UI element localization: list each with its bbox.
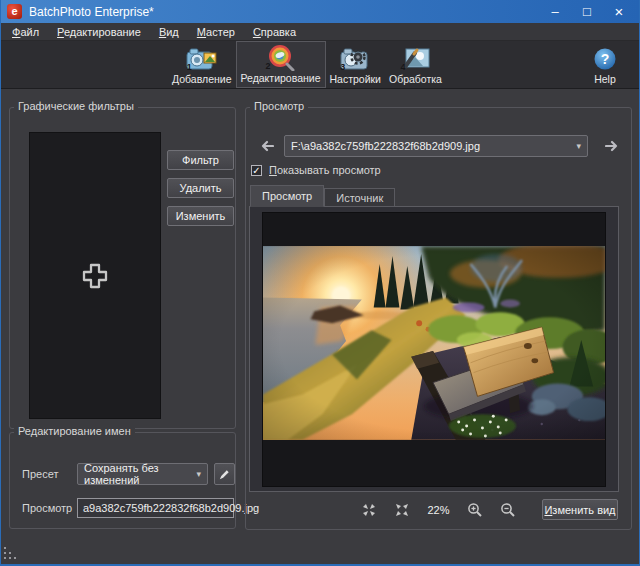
toolbar-process-button[interactable]: 4 Обработка bbox=[385, 41, 446, 88]
toolbar-edit-button[interactable]: 2 Редактирование bbox=[236, 41, 326, 88]
window-controls: – □ × bbox=[539, 0, 639, 23]
edit-preset-button[interactable] bbox=[214, 463, 235, 485]
change-view-button[interactable]: Изменить вид bbox=[542, 499, 618, 520]
names-group-title: Редактирование имен bbox=[14, 425, 135, 437]
names-groupbox: Редактирование имен Пресет Сохранять без… bbox=[9, 432, 236, 529]
preview-canvas[interactable] bbox=[262, 212, 606, 487]
preview-photo bbox=[263, 246, 605, 440]
preset-label: Пресет bbox=[22, 468, 58, 480]
title-bar: e BatchPhoto Enterprise* – □ × bbox=[1, 0, 639, 23]
check-icon: ✓ bbox=[252, 166, 260, 176]
toolbar-help-button[interactable]: ? Help bbox=[583, 41, 627, 88]
edit-filter-button[interactable]: Изменить bbox=[167, 206, 234, 226]
photo-tool-icon: 4 bbox=[399, 45, 431, 72]
tab-preview[interactable]: Просмотр bbox=[250, 185, 324, 207]
toolbar-process-label: Обработка bbox=[389, 73, 442, 85]
menu-bar: Файл Редактирование Вид Мастер Справка bbox=[1, 23, 639, 41]
resize-grip[interactable] bbox=[4, 547, 16, 561]
magnifier-icon bbox=[500, 502, 516, 518]
filter-button[interactable]: Фильтр bbox=[167, 150, 234, 170]
zoom-out-button[interactable] bbox=[500, 502, 516, 518]
window-title: BatchPhoto Enterprise* bbox=[29, 5, 154, 19]
previous-image-button[interactable] bbox=[256, 137, 276, 155]
tab-source[interactable]: Источник bbox=[324, 188, 395, 207]
preview-tabs: Просмотр Источник bbox=[250, 185, 395, 207]
actual-size-button[interactable] bbox=[394, 502, 410, 518]
help-icon: ? bbox=[589, 45, 621, 72]
preset-dropdown[interactable]: Сохранять без изменений ▾ bbox=[77, 463, 208, 485]
camera-gear-icon: 3 bbox=[339, 45, 371, 72]
chevron-down-icon: ▾ bbox=[190, 469, 201, 479]
svg-text:?: ? bbox=[601, 51, 610, 67]
show-preview-label: Показывать просмотр bbox=[269, 164, 381, 176]
chevron-down-icon: ▾ bbox=[570, 141, 581, 151]
filter-buttons: Фильтр Удалить Изменить bbox=[167, 150, 234, 226]
delete-filter-button[interactable]: Удалить bbox=[167, 178, 234, 198]
expand-arrows-icon bbox=[394, 502, 410, 518]
menu-view[interactable]: Вид bbox=[150, 26, 188, 38]
toolbar-settings-label: Настройки bbox=[330, 73, 382, 85]
name-preview-field[interactable]: a9a382c759fb222832f68b2d909.jpg bbox=[77, 498, 234, 518]
menu-help[interactable]: Справка bbox=[244, 26, 305, 38]
filters-group-title: Графические фильтры bbox=[14, 100, 138, 112]
preview-group-title: Просмотр bbox=[250, 100, 308, 112]
name-preview-label: Просмотр bbox=[22, 502, 72, 514]
toolbar-help-label: Help bbox=[594, 73, 616, 85]
zoom-in-button[interactable] bbox=[467, 502, 483, 518]
menu-file[interactable]: Файл bbox=[3, 26, 48, 38]
fit-to-window-button[interactable] bbox=[361, 502, 377, 518]
toolbar-settings-button[interactable]: 3 Настройки bbox=[326, 41, 386, 88]
toolbar: 1 Добавление 2 Редактирование bbox=[1, 41, 639, 89]
pencil-icon bbox=[218, 468, 231, 481]
app-window: e BatchPhoto Enterprise* – □ × Файл Реда… bbox=[0, 0, 640, 566]
filters-groupbox: Графические фильтры Фильтр Удалить Измен… bbox=[9, 107, 236, 429]
minimize-icon[interactable]: – bbox=[539, 0, 571, 23]
arrow-left-icon bbox=[259, 140, 274, 152]
filter-list[interactable] bbox=[29, 132, 161, 419]
preview-groupbox: Просмотр F:\a9a382c759fb222832f68b2d909.… bbox=[245, 107, 632, 530]
toolbar-edit-label: Редактирование bbox=[241, 72, 321, 84]
show-preview-checkbox[interactable]: ✓ bbox=[251, 165, 262, 176]
menu-edit[interactable]: Редактирование bbox=[48, 26, 150, 38]
camera-add-icon: 1 bbox=[186, 45, 218, 72]
app-logo-icon: e bbox=[7, 4, 22, 19]
next-image-button[interactable] bbox=[602, 137, 622, 155]
arrow-right-icon bbox=[605, 140, 620, 152]
zoom-level: 22% bbox=[427, 504, 449, 516]
menu-master[interactable]: Мастер bbox=[188, 26, 244, 38]
edit-target-icon: 2 bbox=[265, 44, 297, 71]
magnifier-plus-icon bbox=[467, 502, 483, 518]
close-icon[interactable]: × bbox=[603, 0, 635, 23]
file-path-dropdown[interactable]: F:\a9a382c759fb222832f68b2d909.jpg ▾ bbox=[284, 135, 588, 157]
preview-frame bbox=[249, 206, 619, 492]
collapse-arrows-icon bbox=[361, 502, 377, 518]
toolbar-add-label: Добавление bbox=[172, 73, 232, 85]
maximize-icon[interactable]: □ bbox=[571, 0, 603, 23]
toolbar-add-button[interactable]: 1 Добавление bbox=[168, 41, 236, 88]
add-filter-plus-icon bbox=[80, 260, 110, 292]
